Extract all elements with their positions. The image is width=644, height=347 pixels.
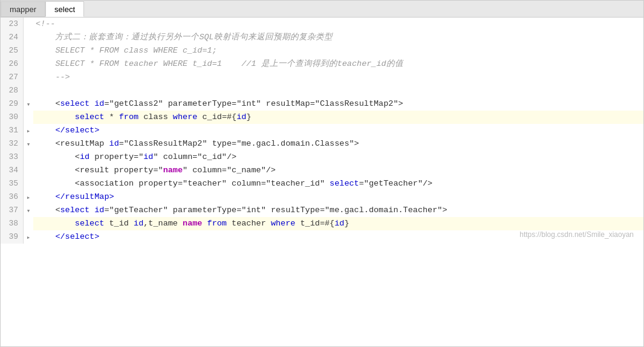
line-content: </resultMap> xyxy=(33,190,643,204)
fold-gutter[interactable]: ▸ xyxy=(24,230,33,244)
code-line: 23<!-- xyxy=(1,18,643,31)
tab-bar: mapper select xyxy=(1,1,643,18)
fold-open-icon[interactable]: ▾ xyxy=(27,207,31,215)
code-line: 34 <result property="name" column="c_nam… xyxy=(1,164,643,177)
line-content: <!-- xyxy=(33,18,643,31)
line-content: select t_id id,t_name name from teacher … xyxy=(33,217,643,230)
line-number: 37 xyxy=(1,204,24,217)
line-number: 23 xyxy=(1,18,24,31)
fold-gutter xyxy=(24,44,33,57)
tab-mapper[interactable]: mapper xyxy=(1,1,45,17)
line-number: 34 xyxy=(1,164,24,177)
line-content: SELECT * FROM class WHERE c_id=1; xyxy=(33,44,643,57)
watermark: https://blog.csdn.net/Smile_xiaoyan xyxy=(519,230,634,239)
line-content: <select id="getClass2" parameterType="in… xyxy=(33,97,643,111)
code-line: 24 方式二：嵌套查询：通过执行另外一个SQL映射语句来返回预期的复杂类型 xyxy=(1,31,643,44)
line-content: </select> xyxy=(33,124,643,137)
line-number: 27 xyxy=(1,71,24,84)
fold-gutter xyxy=(24,217,33,230)
fold-open-icon[interactable]: ▾ xyxy=(27,140,31,148)
fold-gutter[interactable]: ▸ xyxy=(24,190,33,204)
fold-close-icon[interactable]: ▸ xyxy=(27,193,31,201)
code-line: 36▸ </resultMap> xyxy=(1,190,643,204)
line-number: 32 xyxy=(1,137,24,151)
line-content xyxy=(33,84,643,97)
fold-gutter[interactable]: ▾ xyxy=(24,97,33,111)
fold-close-icon[interactable]: ▸ xyxy=(27,233,31,241)
fold-gutter xyxy=(24,111,33,124)
line-number: 30 xyxy=(1,111,24,124)
code-line: 35 <association property="teacher" colum… xyxy=(1,177,643,190)
line-content: 方式二：嵌套查询：通过执行另外一个SQL映射语句来返回预期的复杂类型 xyxy=(33,31,643,44)
fold-gutter xyxy=(24,151,33,164)
line-number: 36 xyxy=(1,190,24,204)
line-content: <result property="name" column="c_name"/… xyxy=(33,164,643,177)
line-content: select * from class where c_id=#{id} xyxy=(33,111,643,124)
fold-gutter xyxy=(24,84,33,97)
line-number: 28 xyxy=(1,84,24,97)
code-line: 38 select t_id id,t_name name from teach… xyxy=(1,217,643,230)
fold-open-icon[interactable]: ▾ xyxy=(27,100,31,108)
line-number: 29 xyxy=(1,97,24,111)
code-line: 37▾ <select id="getTeacher" parameterTyp… xyxy=(1,204,643,217)
code-area: 23<!--24 方式二：嵌套查询：通过执行另外一个SQL映射语句来返回预期的复… xyxy=(1,18,643,244)
line-content: <resultMap id="ClassResultMap2" type="me… xyxy=(33,137,643,151)
code-line: 25 SELECT * FROM class WHERE c_id=1; xyxy=(1,44,643,57)
code-line: 31▸ </select> xyxy=(1,124,643,137)
line-number: 31 xyxy=(1,124,24,137)
fold-gutter xyxy=(24,18,33,31)
line-number: 33 xyxy=(1,151,24,164)
line-content: SELECT * FROM teacher WHERE t_id=1 //1 是… xyxy=(33,57,643,71)
fold-gutter xyxy=(24,57,33,71)
fold-gutter xyxy=(24,164,33,177)
line-number: 38 xyxy=(1,217,24,230)
fold-gutter[interactable]: ▾ xyxy=(24,204,33,217)
line-content: --> xyxy=(33,71,643,84)
line-number: 25 xyxy=(1,44,24,57)
fold-gutter[interactable]: ▾ xyxy=(24,137,33,151)
code-line: 33 <id property="id" column="c_id"/> xyxy=(1,151,643,164)
line-content: <association property="teacher" column="… xyxy=(33,177,643,190)
fold-close-icon[interactable]: ▸ xyxy=(27,127,31,135)
fold-gutter xyxy=(24,71,33,84)
code-line: 26 SELECT * FROM teacher WHERE t_id=1 //… xyxy=(1,57,643,71)
line-content: <id property="id" column="c_id"/> xyxy=(33,151,643,164)
fold-gutter[interactable]: ▸ xyxy=(24,124,33,137)
fold-gutter xyxy=(24,31,33,44)
line-number: 35 xyxy=(1,177,24,190)
code-line: 28 xyxy=(1,84,643,97)
code-line: 32▾ <resultMap id="ClassResultMap2" type… xyxy=(1,137,643,151)
line-content: <select id="getTeacher" parameterType="i… xyxy=(33,204,643,217)
editor-wrapper: 23<!--24 方式二：嵌套查询：通过执行另外一个SQL映射语句来返回预期的复… xyxy=(1,18,643,244)
line-number: 39 xyxy=(1,230,24,244)
code-line: 27 --> xyxy=(1,71,643,84)
line-number: 24 xyxy=(1,31,24,44)
code-line: 30 select * from class where c_id=#{id} xyxy=(1,111,643,124)
line-number: 26 xyxy=(1,57,24,71)
code-line: 29▾ <select id="getClass2" parameterType… xyxy=(1,97,643,111)
tab-select[interactable]: select xyxy=(45,1,84,17)
fold-gutter xyxy=(24,177,33,190)
editor-container: mapper select 23<!--24 方式二：嵌套查询：通过执行另外一个… xyxy=(0,0,644,347)
